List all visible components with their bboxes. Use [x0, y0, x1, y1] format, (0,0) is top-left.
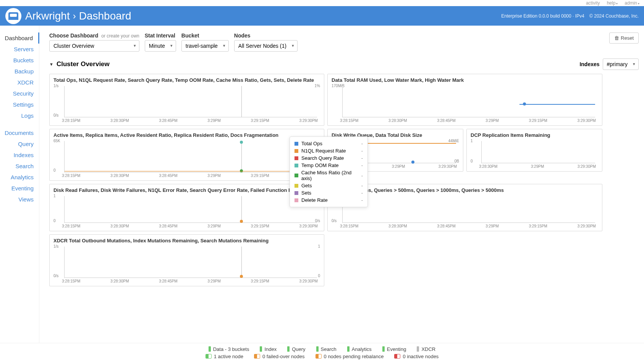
series-value: -	[361, 148, 363, 154]
series-swatch-icon	[294, 191, 298, 195]
sidebar-item-search[interactable]: Search	[0, 161, 39, 172]
chart-ops[interactable]: Total Ops, N1QL Request Rate, Search Que…	[49, 74, 324, 126]
stat-interval-select[interactable]: Minute	[145, 40, 176, 52]
sidebar-item-backup[interactable]: Backup	[0, 66, 39, 77]
series-value: -	[361, 173, 363, 179]
x-tick: 3:29:15PM	[529, 224, 547, 228]
chart-title: Data Total RAM Used, Low Water Mark, Hig…	[332, 77, 598, 83]
node-status[interactable]: 0 failed-over nodes	[254, 354, 305, 359]
chart-title: Active Items, Replica Items, Active Resi…	[53, 132, 320, 138]
nodes-select[interactable]: All Server Nodes (1)	[234, 40, 298, 52]
chart-ram[interactable]: Data Total RAM Used, Low Water Mark, Hig…	[327, 74, 602, 126]
x-tick: 3:29PM	[207, 279, 220, 283]
series-name: Sets	[301, 190, 311, 196]
service-status[interactable]: XDCR	[417, 346, 435, 352]
sidebar-item-indexes[interactable]: Indexes	[0, 149, 39, 161]
y-tick-right: 0	[318, 274, 320, 278]
chart-dcp[interactable]: DCP Replication Items Remaining103:28:30…	[466, 129, 602, 172]
plot-area	[481, 141, 595, 163]
x-tick: 3:28:45PM	[437, 119, 455, 123]
y-tick: 0	[53, 219, 56, 223]
x-tick: 3:28:15PM	[340, 119, 358, 123]
chart-items[interactable]: Active Items, Replica Items, Active Resi…	[49, 129, 324, 181]
y-tick: 1	[471, 139, 473, 143]
series-value: -	[361, 183, 363, 188]
services-row: Data - 3 bucketsIndexQuerySearchAnalytic…	[209, 346, 436, 352]
sidebar-item-views[interactable]: Views	[0, 194, 39, 205]
y-tick-right: 1	[318, 244, 320, 248]
help-menu[interactable]: help▾	[607, 0, 618, 6]
service-status[interactable]: Search	[316, 346, 337, 352]
main-content: Choose Dashboard or create your own Clus…	[39, 26, 644, 343]
series-value: -	[361, 141, 363, 146]
activity-link[interactable]: activity	[586, 0, 600, 6]
chart-xdcr[interactable]: XDCR Total Outbound Mutations, Index Mut…	[49, 234, 324, 286]
breadcrumb-separator-icon: ›	[73, 11, 76, 21]
trash-icon: 🗑	[614, 35, 619, 41]
chart-title: Disk Read Failures, Disk Write Failures,…	[53, 187, 320, 193]
indexes-select[interactable]: #primary	[603, 58, 639, 70]
y-tick: 0/s	[332, 219, 337, 223]
sidebar-item-settings[interactable]: Settings	[0, 99, 39, 110]
sidebar-item-xdcr[interactable]: XDCR	[0, 77, 39, 88]
series-swatch-icon	[294, 164, 298, 167]
sidebar-item-dashboard[interactable]: Dashboard	[0, 32, 39, 44]
service-status[interactable]: Analytics	[347, 346, 372, 352]
tooltip-row: Total Ops-	[294, 140, 363, 147]
node-label: 0 failed-over nodes	[262, 354, 305, 359]
sidebar-item-servers[interactable]: Servers	[0, 44, 39, 55]
y-tick: 65K	[53, 139, 60, 143]
choose-dashboard-select[interactable]: Cluster Overview	[49, 40, 139, 52]
sidebar-item-eventing[interactable]: Eventing	[0, 183, 39, 194]
service-status[interactable]: Data - 3 buckets	[209, 346, 249, 352]
x-tick: 3:28:15PM	[62, 174, 80, 178]
admin-menu[interactable]: admin▾	[625, 0, 639, 6]
collapse-icon[interactable]: ▼	[49, 62, 53, 67]
x-tick: 3:29:30PM	[299, 224, 318, 228]
page-title: Dashboard	[79, 10, 131, 22]
node-label: 1 active node	[214, 354, 243, 359]
reset-button[interactable]: 🗑Reset	[609, 32, 639, 44]
chart-errors[interactable]: Disk Read Failures, Disk Write Failures,…	[49, 184, 324, 231]
indexes-label: Indexes	[579, 61, 599, 67]
x-tick: 3:28:15PM	[62, 279, 80, 283]
chevron-down-icon: ▾	[616, 2, 618, 5]
series-name: Gets	[301, 183, 312, 188]
node-status[interactable]: 0 nodes pending rebalance	[316, 354, 384, 359]
x-tick: 3:29:15PM	[251, 279, 269, 283]
service-status[interactable]: Index	[260, 346, 277, 352]
bucket-label: Bucket	[181, 32, 229, 39]
status-swatch-icon	[287, 346, 290, 352]
sidebar-item-analytics[interactable]: Analytics	[0, 172, 39, 183]
plot-area	[64, 86, 317, 117]
bucket-select[interactable]: travel-sample	[181, 40, 229, 52]
node-icon	[394, 354, 400, 359]
node-label: 0 nodes pending rebalance	[324, 354, 384, 359]
status-swatch-icon	[382, 346, 385, 352]
sidebar-item-logs[interactable]: Logs	[0, 110, 39, 121]
chart-queries[interactable]: Queries > 250ms, Queries > 500ms, Querie…	[327, 184, 602, 231]
sidebar-item-security[interactable]: Security	[0, 88, 39, 99]
service-name: Data - 3 buckets	[213, 346, 249, 352]
node-status[interactable]: 1 active node	[205, 354, 243, 359]
service-name: XDCR	[421, 346, 435, 352]
company-link[interactable]: Couchbase, Inc.	[605, 13, 639, 19]
x-tick: 3:29:30PM	[299, 119, 318, 123]
create-own-link[interactable]: or create your own	[101, 33, 139, 39]
x-tick: 3:28:30PM	[110, 279, 129, 283]
x-tick: 3:29:30PM	[439, 164, 457, 169]
sidebar-item-documents[interactable]: Documents	[0, 127, 39, 138]
node-status[interactable]: 0 inactive nodes	[394, 354, 439, 359]
series-swatch-icon	[294, 174, 298, 177]
tooltip-row: Gets-	[294, 182, 363, 189]
series-swatch-icon	[294, 184, 298, 188]
sidebar-item-buckets[interactable]: Buckets	[0, 55, 39, 66]
service-status[interactable]: Query	[287, 346, 305, 352]
app-name[interactable]: Arkwright	[25, 10, 70, 22]
x-tick: 3:29:15PM	[251, 224, 269, 228]
sidebar-item-query[interactable]: Query	[0, 138, 39, 149]
series-swatch-icon	[294, 142, 298, 146]
x-tick: 3:28:15PM	[62, 224, 80, 228]
service-status[interactable]: Eventing	[382, 346, 406, 352]
plot-area	[342, 196, 595, 223]
